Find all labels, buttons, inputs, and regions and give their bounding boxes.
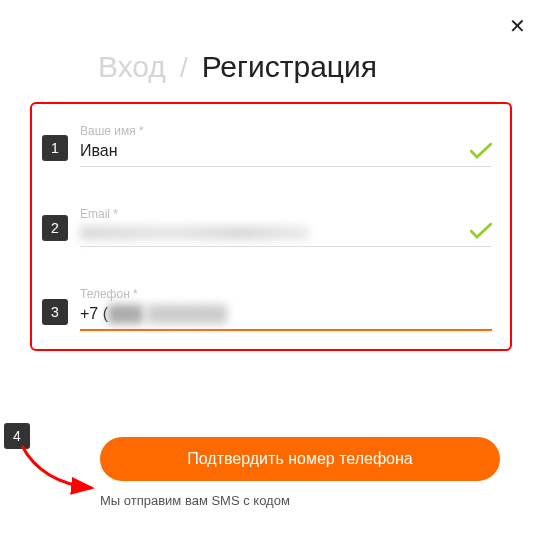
phone-prefix: +7 (: [80, 305, 108, 323]
field-row-name: 1 Ваше имя *: [42, 124, 492, 167]
email-input[interactable]: [80, 221, 492, 247]
email-label: Email *: [80, 207, 492, 221]
sms-note: Мы отправим вам SMS с кодом: [100, 493, 542, 508]
tab-register[interactable]: Регистрация: [202, 50, 377, 84]
field-row-phone: 3 Телефон * +7 ( ███) ███████: [42, 287, 492, 331]
email-field-wrap: Email *: [80, 207, 492, 247]
submit-area: Подтвердить номер телефона: [100, 437, 500, 481]
close-icon[interactable]: ✕: [509, 14, 526, 38]
tab-login[interactable]: Вход: [98, 50, 166, 84]
name-label: Ваше имя *: [80, 124, 492, 138]
step-badge-4: 4: [4, 423, 30, 449]
name-field-wrap: Ваше имя *: [80, 124, 492, 167]
step-badge-2: 2: [42, 215, 68, 241]
email-blurred-value: [80, 226, 309, 240]
phone-blurred-2: ███████: [147, 305, 226, 323]
check-icon: [470, 223, 492, 239]
phone-field-wrap: Телефон * +7 ( ███) ███████: [80, 287, 492, 331]
tab-separator: /: [180, 52, 188, 84]
phone-label: Телефон *: [80, 287, 492, 301]
name-input[interactable]: [80, 138, 492, 167]
phone-input[interactable]: +7 ( ███) ███████: [80, 301, 492, 331]
step-badge-1: 1: [42, 135, 68, 161]
registration-form-outline: 1 Ваше имя * 2 Email * 3 Телефон * +7 (: [30, 102, 512, 351]
field-row-email: 2 Email *: [42, 207, 492, 247]
confirm-phone-button[interactable]: Подтвердить номер телефона: [100, 437, 500, 481]
step-badge-3: 3: [42, 299, 68, 325]
phone-blurred-1: ███): [108, 305, 147, 323]
check-icon: [470, 143, 492, 159]
auth-tabs: Вход / Регистрация: [98, 50, 542, 84]
